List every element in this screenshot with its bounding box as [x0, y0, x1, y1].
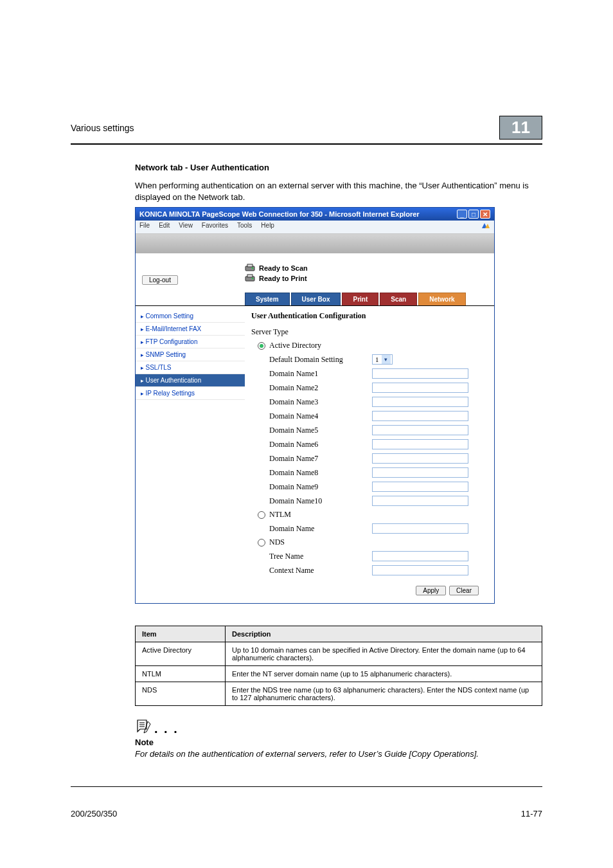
cell-desc: Enter the NT server domain name (up to 1… — [226, 666, 542, 682]
domain7-label: Domain Name7 — [269, 454, 372, 464]
default-domain-select[interactable]: 1 ▾ — [372, 354, 393, 365]
th-description: Description — [226, 626, 542, 642]
maximize-button[interactable]: □ — [468, 210, 479, 219]
window-titlebar: KONICA MINOLTA PageScope Web Connection … — [136, 208, 494, 221]
sidebar-item-snmp[interactable]: SNMP Setting — [136, 348, 245, 361]
header-rule — [71, 143, 542, 145]
printer-status-icon — [245, 274, 255, 283]
domain7-input[interactable] — [372, 453, 468, 464]
sidebar-item-ssl[interactable]: SSL/TLS — [136, 361, 245, 374]
domain5-label: Domain Name5 — [269, 426, 372, 435]
radio-active-directory[interactable]: Active Directory — [258, 341, 484, 350]
menu-edit[interactable]: Edit — [159, 222, 170, 232]
tab-network[interactable]: Network — [418, 293, 465, 305]
sidebar-item-ftp[interactable]: FTP Configuration — [136, 336, 245, 348]
radio-icon — [258, 539, 265, 547]
scanner-status-icon — [245, 264, 255, 273]
ntlm-domain-label: Domain Name — [269, 524, 372, 534]
domain5-input[interactable] — [372, 425, 468, 435]
domain1-input[interactable] — [372, 368, 468, 379]
radio-icon — [258, 511, 265, 519]
minimize-button[interactable]: _ — [457, 210, 467, 219]
menu-view[interactable]: View — [179, 222, 193, 232]
scan-status: Ready to Scan — [259, 264, 308, 272]
nds-context-input[interactable] — [372, 565, 468, 575]
domain4-label: Domain Name4 — [269, 411, 372, 421]
domain4-input[interactable] — [372, 411, 468, 421]
domain2-label: Domain Name2 — [269, 383, 372, 393]
tab-bar: System User Box Print Scan Network — [245, 293, 494, 305]
logout-button[interactable]: Log-out — [142, 275, 178, 285]
form-title: User Authentication Configuration — [251, 311, 484, 321]
window-title: KONICA MINOLTA PageScope Web Connection … — [139, 210, 420, 218]
ie-logo-icon — [481, 222, 490, 232]
cell-item: NTLM — [136, 666, 226, 682]
domain6-label: Domain Name6 — [269, 440, 372, 449]
tab-userbox[interactable]: User Box — [291, 293, 341, 305]
radio-ntlm-label: NTLM — [269, 510, 291, 520]
note-heading: Note — [135, 737, 542, 747]
chevron-down-icon: ▾ — [382, 355, 391, 364]
menu-help[interactable]: Help — [261, 222, 274, 232]
cell-item: NDS — [136, 682, 226, 706]
close-button[interactable]: ✕ — [480, 210, 490, 219]
domain10-label: Domain Name10 — [269, 496, 372, 506]
radio-nds[interactable]: NDS — [258, 538, 484, 547]
menu-file[interactable]: File — [139, 222, 150, 232]
domain3-label: Domain Name3 — [269, 397, 372, 407]
sidebar: Common Setting E-Mail/Internet FAX FTP C… — [136, 306, 245, 582]
sidebar-item-common[interactable]: Common Setting — [136, 310, 245, 323]
sidebar-item-iprelay[interactable]: IP Relay Settings — [136, 387, 245, 400]
svg-rect-1 — [247, 264, 253, 267]
domain6-input[interactable] — [372, 439, 468, 449]
radio-ntlm[interactable]: NTLM — [258, 510, 484, 520]
table-row: Active Directory Up to 10 domain names c… — [136, 642, 542, 666]
clear-button[interactable]: Clear — [449, 586, 479, 595]
sidebar-item-userauth[interactable]: User Authentication — [136, 374, 245, 387]
section-title: Various settings — [71, 123, 134, 133]
tab-system[interactable]: System — [245, 293, 290, 305]
note-icon — [135, 718, 152, 736]
cell-desc: Up to 10 domain names can be specified i… — [226, 642, 542, 666]
footer-rule — [71, 786, 542, 787]
table-row: NDS Enter the NDS tree name (up to 63 al… — [136, 682, 542, 706]
domain3-input[interactable] — [372, 397, 468, 407]
domain8-label: Domain Name8 — [269, 468, 372, 478]
th-item: Item — [136, 626, 226, 642]
domain10-input[interactable] — [372, 496, 468, 506]
window-controls: _ □ ✕ — [457, 210, 490, 219]
radio-nds-label: NDS — [269, 538, 285, 547]
note-text: For details on the authentication of ext… — [135, 748, 542, 760]
nds-tree-input[interactable] — [372, 551, 468, 561]
ntlm-domain-input[interactable] — [372, 523, 468, 534]
tab-scan[interactable]: Scan — [380, 293, 417, 305]
sidebar-item-email[interactable]: E-Mail/Internet FAX — [136, 323, 245, 336]
domain9-label: Domain Name9 — [269, 482, 372, 492]
note-dots: . . . — [154, 721, 179, 736]
menu-favorites[interactable]: Favorites — [202, 222, 228, 232]
server-type-label: Server Type — [251, 327, 484, 337]
app-banner — [136, 234, 494, 253]
domain9-input[interactable] — [372, 482, 468, 492]
svg-point-2 — [252, 267, 254, 269]
nds-context-label: Context Name — [269, 566, 372, 575]
intro-paragraph: When performing authentication on an ext… — [135, 180, 542, 203]
tab-print[interactable]: Print — [342, 293, 378, 305]
radio-icon — [258, 342, 265, 350]
radio-ad-label: Active Directory — [269, 341, 321, 350]
menu-tools[interactable]: Tools — [237, 222, 252, 232]
page-heading: Network tab - User Authentication — [135, 163, 542, 172]
browser-window: KONICA MINOLTA PageScope Web Connection … — [135, 207, 495, 604]
domain2-input[interactable] — [372, 383, 468, 393]
table-row: NTLM Enter the NT server domain name (up… — [136, 666, 542, 682]
print-status: Ready to Print — [259, 275, 307, 282]
domain8-input[interactable] — [372, 467, 468, 478]
menubar: File Edit View Favorites Tools Help — [136, 221, 494, 234]
apply-button[interactable]: Apply — [416, 586, 446, 595]
cell-desc: Enter the NDS tree name (up to 63 alphan… — [226, 682, 542, 706]
description-table: Item Description Active Directory Up to … — [135, 626, 542, 706]
footer-model: 200/250/350 — [71, 809, 117, 818]
svg-point-5 — [252, 278, 254, 280]
chapter-number: 11 — [499, 116, 542, 140]
default-domain-value: 1 — [375, 356, 379, 363]
